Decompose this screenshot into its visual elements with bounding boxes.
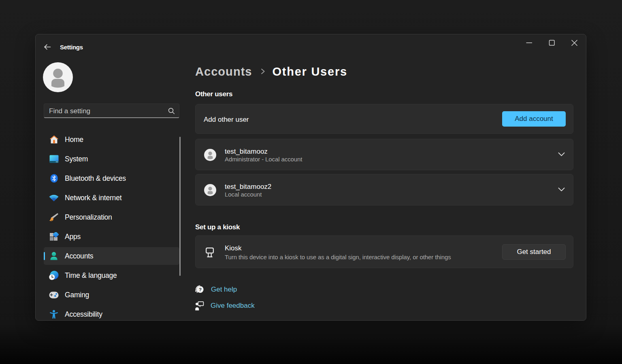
svg-text:?: ?	[199, 287, 202, 292]
